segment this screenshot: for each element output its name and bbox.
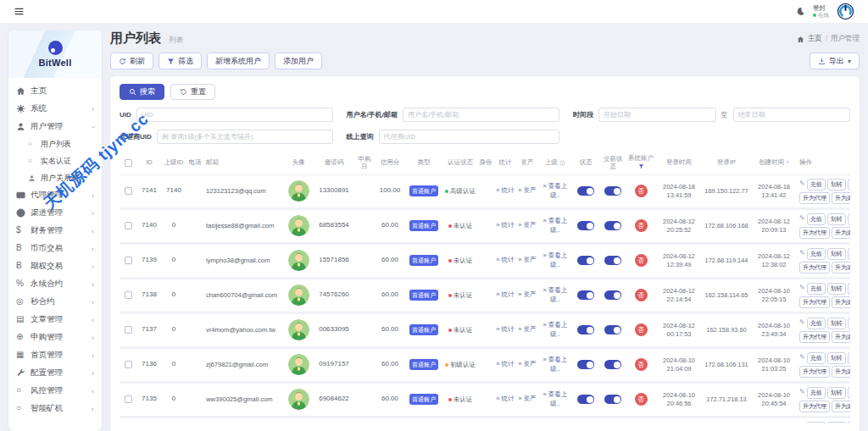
sidebar-item-user-list[interactable]: ○用户列表 <box>8 135 102 152</box>
stats-link[interactable]: » 统计 <box>496 256 514 263</box>
assets-link[interactable]: » 资产 <box>518 325 536 333</box>
trade-status-toggle[interactable] <box>604 221 621 230</box>
promote-agent-button[interactable]: 升为代理 <box>799 192 830 204</box>
trade-status-toggle[interactable] <box>604 395 621 404</box>
recharge-button[interactable]: 充值 <box>807 318 826 329</box>
sidebar-item-article-management[interactable]: ▤文章管理‹ <box>8 311 102 329</box>
edit-pencil-icon[interactable]: ✎ <box>799 214 805 223</box>
account-type-badge[interactable]: 普通账户 <box>409 394 438 405</box>
status-toggle[interactable] <box>577 325 594 334</box>
edit-profile-button[interactable]: 修改资料 <box>848 387 850 399</box>
edit-profile-button[interactable]: 修改资料 <box>848 213 850 225</box>
export-button[interactable]: 导出▾ <box>810 52 860 69</box>
trade-status-toggle[interactable] <box>604 256 621 265</box>
filter-input-daterange-from[interactable] <box>598 108 716 122</box>
edit-pencil-icon[interactable]: ✎ <box>799 423 805 423</box>
edit-profile-button[interactable]: 修改资料 <box>848 352 850 364</box>
recharge-button[interactable]: 充值 <box>807 179 826 191</box>
assets-link[interactable]: » 资产 <box>518 360 536 367</box>
view-parent-link[interactable]: » 查看上级.. <box>543 182 568 198</box>
sidebar-item-home[interactable]: 主页 <box>8 82 102 100</box>
row-checkbox[interactable] <box>125 257 132 264</box>
promote-channel-button[interactable]: 升为渠道商 <box>832 227 850 239</box>
transfer-button[interactable]: 划转 <box>827 352 846 364</box>
sidebar-item-config-management[interactable]: 配置管理‹ <box>8 364 102 382</box>
edit-profile-button[interactable]: 修改资料 <box>848 283 850 295</box>
recharge-button[interactable]: 充值 <box>807 283 826 295</box>
sidebar-item-realname-auth[interactable]: ○实名认证 <box>8 152 102 169</box>
trade-status-toggle[interactable] <box>604 325 621 334</box>
edit-pencil-icon[interactable]: ✎ <box>799 180 805 188</box>
sidebar-item-seconds-contract[interactable]: ◎秒合约‹ <box>8 293 102 311</box>
assets-link[interactable]: » 资产 <box>518 256 536 263</box>
sidebar-item-smart-miner[interactable]: ○智能矿机‹ <box>8 400 102 417</box>
recharge-button[interactable]: 充值 <box>807 248 826 260</box>
promote-channel-button[interactable]: 升为渠道商 <box>832 366 850 378</box>
sort-asc-icon[interactable]: ↑ <box>784 159 788 165</box>
transfer-button[interactable]: 划转 <box>827 248 846 260</box>
status-toggle[interactable] <box>577 256 594 265</box>
transfer-button[interactable]: 划转 <box>827 213 846 225</box>
dark-mode-icon[interactable] <box>796 7 805 16</box>
filter-input-agent_uid[interactable] <box>157 130 333 144</box>
row-checkbox[interactable] <box>125 222 132 229</box>
promote-channel-button[interactable]: 升为渠道商 <box>832 192 850 204</box>
sidebar-item-agent-management[interactable]: 代理管理‹ <box>8 186 102 204</box>
view-parent-link[interactable]: » 查看上级.. <box>543 217 568 233</box>
filter-input-uid[interactable] <box>136 108 333 122</box>
sidebar-item-spot-trading[interactable]: B币币交易‹ <box>8 240 102 257</box>
transfer-button[interactable]: 划转 <box>827 283 846 295</box>
edit-profile-button[interactable]: 修改资料 <box>848 179 850 191</box>
sidebar-item-perpetual-contract[interactable]: %永续合约‹ <box>8 275 102 293</box>
edit-profile-button[interactable]: 修改资料 <box>848 248 850 260</box>
stats-link[interactable]: » 统计 <box>496 186 514 194</box>
promote-channel-button[interactable]: 升为渠道商 <box>832 401 850 412</box>
edit-pencil-icon[interactable]: ✎ <box>799 318 805 327</box>
edit-profile-button[interactable]: 修改资料 <box>848 318 850 329</box>
sidebar-item-channel-management[interactable]: 渠道管理‹ <box>8 204 102 222</box>
sidebar-item-user-management[interactable]: 用户管理‹ <box>8 118 102 135</box>
add-user-button[interactable]: 添加用户 <box>275 52 322 69</box>
breadcrumb-home[interactable]: 主页 <box>808 34 822 44</box>
view-parent-link[interactable]: » 查看上级.. <box>543 321 568 337</box>
status-toggle[interactable] <box>577 221 594 230</box>
account-type-badge[interactable]: 普通账户 <box>409 255 438 266</box>
row-checkbox[interactable] <box>125 361 132 368</box>
status-toggle[interactable] <box>577 290 594 300</box>
search-button[interactable]: 搜索 <box>120 84 164 100</box>
assets-link[interactable]: » 资产 <box>518 290 536 298</box>
stats-link[interactable]: » 统计 <box>496 221 514 229</box>
assets-link[interactable]: » 资产 <box>518 395 536 402</box>
user-avatar[interactable] <box>837 3 854 20</box>
sidebar-item-subscription-management[interactable]: ⊕申购管理‹ <box>8 329 102 346</box>
recharge-button[interactable]: 充值 <box>807 213 826 225</box>
promote-agent-button[interactable]: 升为代理 <box>799 262 830 274</box>
promote-agent-button[interactable]: 升为代理 <box>799 227 830 239</box>
promote-channel-button[interactable]: 升为渠道商 <box>832 296 850 308</box>
sidebar-item-options-trading[interactable]: Ƀ期权交易‹ <box>8 257 102 275</box>
stats-link[interactable]: » 统计 <box>496 290 514 298</box>
promote-agent-button[interactable]: 升为代理 <box>799 296 830 308</box>
trade-status-toggle[interactable] <box>604 186 621 196</box>
sidebar-item-homepage-management[interactable]: ▦首页管理‹ <box>8 346 102 364</box>
stats-link[interactable]: » 统计 <box>496 395 514 402</box>
edit-pencil-icon[interactable]: ✎ <box>799 249 805 257</box>
edit-pencil-icon[interactable]: ✎ <box>799 388 805 396</box>
select-all-checkbox[interactable] <box>125 159 132 167</box>
account-type-badge[interactable]: 普通账户 <box>409 185 438 196</box>
promote-agent-button[interactable]: 升为代理 <box>799 331 830 343</box>
view-parent-link[interactable]: » 查看上级.. <box>543 251 568 268</box>
account-type-badge[interactable]: 普通账户 <box>409 359 438 370</box>
row-checkbox[interactable] <box>125 187 132 195</box>
stats-link[interactable]: » 统计 <box>496 360 514 367</box>
transfer-button[interactable]: 划转 <box>827 318 846 329</box>
transfer-button[interactable]: 划转 <box>827 422 846 424</box>
promote-agent-button[interactable]: 升为代理 <box>799 366 830 378</box>
view-parent-link[interactable]: » 查看上级.. <box>543 286 568 302</box>
view-parent-link[interactable]: » 查看上级.. <box>543 390 568 406</box>
assets-link[interactable]: » 资产 <box>518 186 536 194</box>
row-checkbox[interactable] <box>125 291 132 299</box>
account-type-badge[interactable]: 普通账户 <box>409 220 438 231</box>
view-parent-link[interactable]: » 查看上级.. <box>543 356 568 372</box>
stats-link[interactable]: » 统计 <box>496 325 514 333</box>
